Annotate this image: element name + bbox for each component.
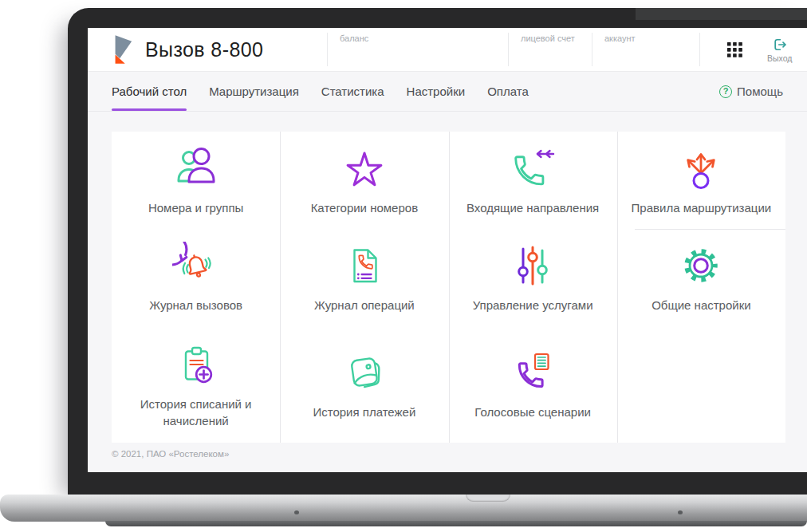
laptop-base [0,495,807,522]
phone-script-icon [509,349,557,396]
phone-incoming-arrows-icon [509,144,557,192]
grid-divider [449,132,450,443]
gear-icon [677,242,725,290]
account-label: аккаунт [604,33,636,43]
tile-label: Входящие направления [466,199,599,216]
grid-divider [635,229,785,230]
tile-operations-log[interactable]: Журнал операций [280,229,448,327]
tab-settings[interactable]: Настройки [407,72,466,111]
help-question-icon: ? [719,85,732,98]
laptop-base-dot [294,510,299,514]
account-field: аккаунт [592,28,699,71]
help-link[interactable]: ? Помощь [719,72,783,111]
tile-label: Голосовые сценарии [474,404,591,420]
tile-service-management[interactable]: Управление услугами [449,229,617,327]
logout-label: Выход [767,53,792,63]
tile-label: Общие настройки [652,297,751,313]
tile-charges-history[interactable]: История списаний и начислений [112,327,280,443]
brand: Вызов 8-800 [88,28,327,71]
vertical-sliders-icon [509,242,557,290]
personal-account-label: лицевой счет [521,33,575,43]
tile-numbers-and-groups[interactable]: Номера и группы [112,132,280,229]
app-title: Вызов 8-800 [145,38,263,61]
document-phone-list-icon [341,242,388,290]
tile-general-settings[interactable]: Общие настройки [617,229,785,327]
balance-field: баланс [327,28,508,71]
tile-incoming-directions[interactable]: Входящие направления [449,132,617,229]
copyright: © 2021, ПАО «Ростелеком» [112,449,807,459]
clipboard-plus-icon [172,341,220,388]
tile-label: История платежей [313,404,415,420]
nav-tabbar: Рабочий стол Маршрутизация Статистика На… [88,72,807,112]
tab-routing[interactable]: Маршрутизация [209,72,299,111]
star-icon [341,144,388,192]
bell-circular-arrow-icon [172,242,220,290]
app-window: Вызов 8-800 баланс лицевой счет аккаунт [88,28,807,472]
tile-grid: Номера и группы Категории номеров [112,132,785,443]
apps-grid-icon[interactable] [726,41,743,58]
tile-label: Правила маршрутизации [632,199,772,216]
header-actions: Выход [699,28,807,71]
tile-label: История списаний и начислений [123,396,269,430]
people-icon [172,144,220,192]
grid-divider [280,132,281,443]
tab-payment[interactable]: Оплата [487,72,529,111]
tile-label: Журнал операций [314,297,415,313]
help-label: Помощь [737,85,783,98]
tab-statistics[interactable]: Статистика [321,72,384,111]
tile-call-log[interactable]: Журнал вызовов [112,229,280,327]
tile-routing-rules[interactable]: Правила маршрутизации [617,132,785,229]
tab-desktop[interactable]: Рабочий стол [112,72,187,111]
personal-account-field: лицевой счет [508,28,592,71]
header: Вызов 8-800 баланс лицевой счет аккаунт [88,28,807,72]
wallet-icon [341,349,388,396]
tile-voice-scenarios[interactable]: Голосовые сценарии [449,327,617,443]
tile-number-categories[interactable]: Категории номеров [280,132,448,229]
logout-button[interactable]: Выход [767,37,792,63]
laptop-bezel: Вызов 8-800 баланс лицевой счет аккаунт [68,8,807,495]
logout-icon [772,37,788,53]
tile-label: Категории номеров [311,199,418,216]
tile-label: Управление услугами [473,297,593,313]
main-content: Номера и группы Категории номеров [88,112,807,472]
nav-tabs: Рабочий стол Маршрутизация Статистика На… [112,72,529,111]
tile-label: Номера и группы [148,199,243,216]
bezel-highlight [636,8,807,20]
laptop-base-dot [678,510,683,514]
rostelecom-logo-icon [110,33,134,65]
grid-divider [617,132,618,443]
tile-label: Журнал вызовов [149,297,242,313]
route-split-arrows-icon [677,144,725,192]
tile-payments-history[interactable]: История платежей [280,327,448,443]
balance-label: баланс [340,33,368,43]
